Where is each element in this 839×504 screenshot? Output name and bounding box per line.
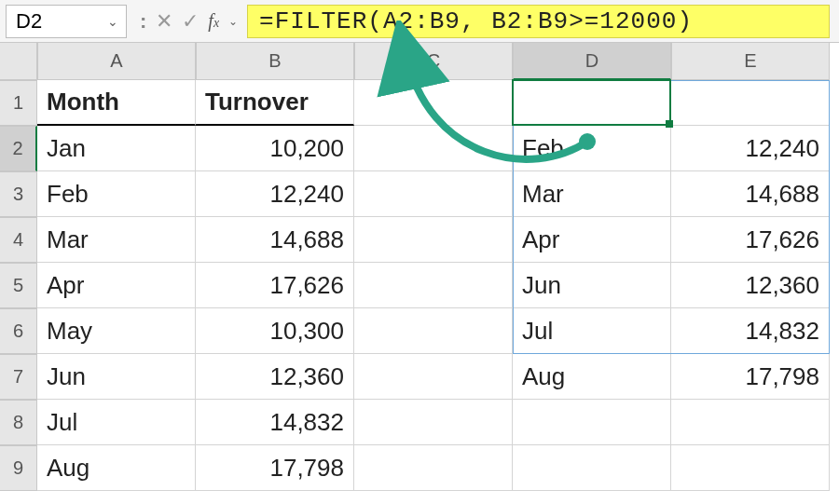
row-header-7[interactable]: 7 [0,354,37,400]
formula-bar-controls: : ✕ ✓ fx ⌄ [131,9,247,34]
cell-b6[interactable]: 10,300 [196,308,354,354]
cell-e8[interactable] [671,400,830,445]
separator-icon: : [140,9,146,34]
formula-text: =FILTER(A2:B9, B2:B9>=12000) [259,7,693,35]
cell-b3[interactable]: 12,240 [196,171,354,217]
spreadsheet-grid: A B C D E 1 Month Turnover 2 Jan 10,200 … [0,43,839,491]
cell-e2[interactable]: 12,240 [671,126,830,171]
cell-b9[interactable]: 17,798 [196,445,354,491]
cell-e4[interactable]: 17,626 [671,217,830,263]
enter-icon[interactable]: ✓ [182,9,199,34]
col-header-e[interactable]: E [671,43,830,80]
cell-a2[interactable]: Jan [37,126,196,171]
cell-d8[interactable] [513,400,671,445]
cell-a8[interactable]: Jul [37,400,196,445]
cell-a7[interactable]: Jun [37,354,196,400]
col-header-b[interactable]: B [196,43,354,80]
row-header-8[interactable]: 8 [0,400,37,445]
cell-a6[interactable]: May [37,308,196,354]
cell-b5[interactable]: 17,626 [196,263,354,308]
formula-bar: D2 ⌄ : ✕ ✓ fx ⌄ =FILTER(A2:B9, B2:B9>=12… [0,0,839,43]
row-header-5[interactable]: 5 [0,263,37,308]
name-box[interactable]: D2 ⌄ [6,5,127,38]
col-header-d[interactable]: D [513,43,671,80]
cell-e7[interactable]: 17,798 [671,354,830,400]
cell-d5[interactable]: Jun [513,263,671,308]
cell-b4[interactable]: 14,688 [196,217,354,263]
cell-a9[interactable]: Aug [37,445,196,491]
cancel-icon[interactable]: ✕ [156,9,172,34]
cell-e5[interactable]: 12,360 [671,263,830,308]
row-header-3[interactable]: 3 [0,171,37,217]
row-header-6[interactable]: 6 [0,308,37,354]
fx-icon[interactable]: fx [208,10,219,32]
cell-c5[interactable] [354,263,513,308]
cell-d3[interactable]: Mar [513,171,671,217]
row-header-4[interactable]: 4 [0,217,37,263]
cell-a5[interactable]: Apr [37,263,196,308]
cell-e9[interactable] [671,445,830,491]
cell-d7[interactable]: Aug [513,354,671,400]
cell-a1[interactable]: Month [37,80,196,126]
cell-d1[interactable] [513,80,671,126]
cell-c9[interactable] [354,445,513,491]
row-header-1[interactable]: 1 [0,80,37,126]
cell-c6[interactable] [354,308,513,354]
select-all-corner[interactable] [0,43,37,80]
cell-e1[interactable] [671,80,830,126]
cell-d6[interactable]: Jul [513,308,671,354]
cell-d2[interactable]: Feb [513,126,671,171]
chevron-down-icon[interactable]: ⌄ [107,14,118,29]
cell-d4[interactable]: Apr [513,217,671,263]
cell-e6[interactable]: 14,832 [671,308,830,354]
cell-c2[interactable] [354,126,513,171]
cell-c3[interactable] [354,171,513,217]
cell-d9[interactable] [513,445,671,491]
cell-c4[interactable] [354,217,513,263]
cell-b7[interactable]: 12,360 [196,354,354,400]
col-header-c[interactable]: C [354,43,513,80]
row-header-9[interactable]: 9 [0,445,37,491]
chevron-down-icon[interactable]: ⌄ [228,15,238,28]
cell-c1[interactable] [354,80,513,126]
cell-c8[interactable] [354,400,513,445]
cell-e3[interactable]: 14,688 [671,171,830,217]
cell-b1[interactable]: Turnover [196,80,354,126]
cell-a4[interactable]: Mar [37,217,196,263]
row-header-2[interactable]: 2 [0,126,37,171]
cell-b8[interactable]: 14,832 [196,400,354,445]
name-box-value: D2 [16,9,42,34]
cell-c7[interactable] [354,354,513,400]
cell-a3[interactable]: Feb [37,171,196,217]
col-header-a[interactable]: A [37,43,196,80]
cell-b2[interactable]: 10,200 [196,126,354,171]
formula-input[interactable]: =FILTER(A2:B9, B2:B9>=12000) [247,5,830,38]
